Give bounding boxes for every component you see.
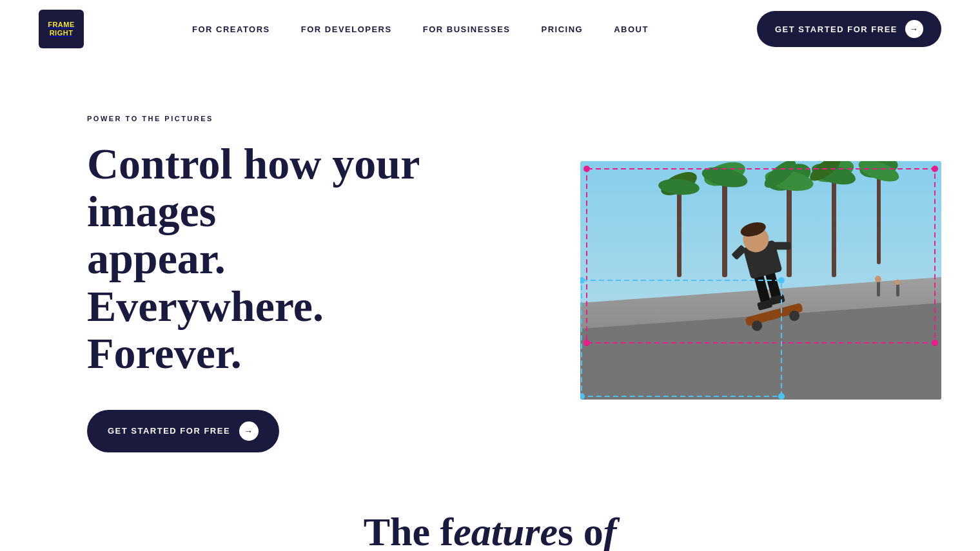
- nav-links: FOR CREATORS FOR DEVELOPERS FOR BUSINESS…: [192, 23, 649, 35]
- logo-text: FRAMERIGHT: [48, 21, 75, 37]
- nav-item-about[interactable]: ABOUT: [614, 23, 649, 35]
- logo: FRAMERIGHT: [39, 10, 84, 48]
- hero-image-container: [580, 161, 941, 406]
- arrow-icon: →: [905, 20, 923, 38]
- logo-link[interactable]: FRAMERIGHT: [39, 10, 84, 48]
- palm-trees-illustration: [580, 161, 941, 400]
- nav-item-developers[interactable]: FOR DEVELOPERS: [301, 23, 392, 35]
- nav-item-pricing[interactable]: PRICING: [542, 23, 583, 35]
- hero-image: [580, 161, 941, 400]
- hero-cta-button[interactable]: GET STARTED FOR FREE →: [87, 410, 279, 452]
- svg-rect-7: [832, 168, 836, 277]
- nav-cta-label: GET STARTED FOR FREE: [775, 24, 897, 34]
- svg-point-23: [895, 280, 900, 285]
- hero-cta-label: GET STARTED FOR FREE: [108, 426, 230, 436]
- nav-item-businesses[interactable]: FOR BUSINESSES: [423, 23, 511, 35]
- navigation: FRAMERIGHT FOR CREATORS FOR DEVELOPERS F…: [0, 0, 980, 58]
- hero-headline: Control how your images appear. Everywhe…: [87, 140, 461, 377]
- hero-section: POWER TO THE PICTURES Control how your i…: [0, 58, 980, 496]
- nav-cta-button[interactable]: GET STARTED FOR FREE →: [757, 11, 941, 47]
- svg-rect-20: [877, 280, 880, 296]
- hero-content: POWER TO THE PICTURES Control how your i…: [87, 115, 461, 452]
- bottom-section: The features of: [0, 496, 980, 551]
- bottom-heading: The features of: [0, 509, 980, 551]
- svg-rect-30: [771, 242, 790, 249]
- svg-rect-14: [677, 180, 681, 277]
- nav-item-creators[interactable]: FOR CREATORS: [192, 23, 270, 35]
- hero-eyebrow: POWER TO THE PICTURES: [87, 115, 461, 122]
- svg-point-21: [875, 276, 881, 282]
- svg-rect-17: [722, 171, 727, 277]
- svg-rect-22: [896, 284, 899, 296]
- hero-arrow-icon: →: [239, 421, 259, 441]
